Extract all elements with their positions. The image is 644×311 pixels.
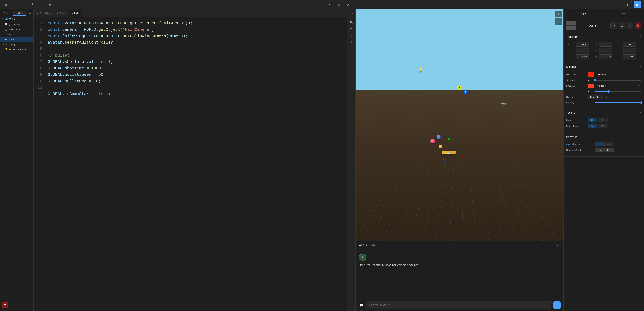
zoom-out-button[interactable]: −	[555, 18, 562, 25]
emissive-slider-thumb[interactable]	[608, 90, 610, 93]
fullscreen-button[interactable]: ⤢	[20, 1, 27, 8]
sidebar-item-na[interactable]: ✦ N/A	[0, 32, 33, 37]
delete-button[interactable]: 🗑	[2, 302, 8, 308]
mesh-color-swatch[interactable]	[588, 72, 594, 77]
enemy-tab-label: Enemy	[60, 12, 66, 14]
receive-shadow-off-button[interactable]: OFF	[604, 148, 614, 152]
normal-map-off-button[interactable]: OFF	[598, 124, 608, 128]
texture-section-header[interactable]: Texture ▼	[564, 109, 644, 116]
object-info-button[interactable]: ℹ	[626, 22, 633, 29]
ai-bot-input[interactable]	[366, 301, 551, 309]
refresh-button[interactable]: ⟳	[336, 1, 342, 8]
object-delete-button[interactable]: 🗑	[634, 22, 641, 29]
scale-y-input[interactable]	[599, 54, 612, 59]
tab-object[interactable]: Object	[564, 10, 604, 18]
opacity-slider-thumb[interactable]	[640, 102, 642, 104]
bullet-label: bullet	[9, 38, 14, 41]
blending-select[interactable]: Normal Additive Multiply Screen	[588, 95, 604, 99]
scale-y-field: Y	[596, 54, 618, 59]
editor-area: PresetScript Enemy bullet ✕ 12345 678910…	[34, 10, 356, 311]
close-all-tabs-button[interactable]: ✕	[349, 11, 355, 16]
sidebar-item-enemy[interactable]: ▶ ⊞ Enemy	[0, 42, 33, 47]
shininess-slider-track	[595, 80, 641, 80]
top-bar-left: ☰ ⊞ ⤢ ? ↺ ↻	[3, 1, 53, 8]
ai-bot-send-button[interactable]: ↑	[553, 302, 561, 309]
scale-z-input[interactable]	[622, 54, 636, 59]
ai-bot-input-area: 💬 ↑	[356, 299, 563, 311]
tab-assets[interactable]: Assets	[1, 11, 12, 16]
expand-button[interactable]: ⤢	[345, 1, 352, 8]
grid-view-button[interactable]: ⊞	[12, 1, 18, 8]
bullet-mesh-box	[442, 151, 456, 154]
add-object-button[interactable]: +	[326, 1, 333, 8]
undo-button[interactable]: ↺	[38, 1, 44, 8]
redo-button[interactable]: ↻	[46, 1, 53, 8]
rot-y-label: Y	[596, 49, 598, 52]
rotation-x-input[interactable]	[576, 48, 589, 53]
help-button[interactable]: ?	[29, 1, 36, 8]
tab-bullet[interactable]: bullet	[69, 10, 82, 18]
scale-z-label: Z	[619, 55, 622, 58]
map-row: Map ON OFF	[566, 118, 641, 122]
menu-button[interactable]: ☰	[3, 1, 10, 8]
bullet-mesh-object[interactable]	[442, 151, 456, 154]
ai-bot-wiki-link[interactable]: Wiki	[370, 244, 375, 247]
settings-code-icon[interactable]: ⚙	[349, 40, 354, 45]
behavior-section-header[interactable]: Behavior ▼	[564, 133, 644, 141]
emissive-slider-row: 6	[566, 90, 641, 93]
shininess-slider-thumb[interactable]	[594, 79, 596, 81]
right-panel: Object Scene bullet ↗ ⊡ ℹ 🗑 Transform	[564, 10, 644, 311]
object-copy-button[interactable]: ⊡	[618, 22, 625, 29]
tab-code[interactable]: Code	[27, 11, 36, 16]
mesh-color-label: Mesh Color	[566, 73, 586, 76]
mesh-color-remove-icon[interactable]: ✕	[637, 72, 641, 76]
normal-map-on-button[interactable]: ON	[588, 124, 597, 128]
line-numbers: 12345 678910 1112	[34, 18, 45, 311]
object-link-button[interactable]: ↗	[610, 22, 617, 29]
object-header: bullet ↗ ⊡ ℹ 🗑	[564, 18, 644, 33]
emissive-color-remove-icon[interactable]: ✕	[637, 84, 641, 88]
code-text[interactable]: const avatar = REDBRICK.AvatarManager.cr…	[45, 18, 347, 311]
receive-shadow-row: Receive Shad ON OFF	[566, 148, 641, 152]
rotation-z-input[interactable]	[622, 48, 636, 53]
cast-shadow-on-button[interactable]: ON	[595, 142, 604, 146]
zoom-out-code-icon[interactable]: 🔍	[349, 26, 354, 32]
code-editor[interactable]: 12345 678910 1112 const avatar = REDBRIC…	[34, 18, 347, 311]
transform-rotation-row: ↻ X Y Z	[566, 48, 641, 53]
position-z-input[interactable]	[622, 42, 636, 47]
enemy-mesh-icon: ⊞	[5, 43, 7, 46]
ground-label: ground(5d5)	[9, 23, 21, 26]
map-on-button[interactable]: ON	[588, 118, 597, 122]
material-section-header[interactable]: Material ▼	[564, 63, 644, 71]
zoom-in-code-icon[interactable]: 🔍	[349, 20, 354, 25]
sidebar-item-bullet[interactable]: ⊞ bullet	[0, 37, 33, 42]
transform-section-header[interactable]: Transform ▼	[564, 33, 644, 41]
publish-button[interactable]: ▶	[634, 1, 641, 8]
sidebar-item-ground[interactable]: ⬜ ground(5d5)	[0, 22, 33, 27]
normal-map-toggle-group: ON OFF	[588, 124, 608, 128]
sidebar-item-ambientlight[interactable]: 💡 AmbientLight(913)	[0, 47, 33, 52]
position-y-input[interactable]	[599, 42, 612, 47]
profile-outline-button[interactable]: ⊡	[624, 1, 632, 8]
transform-section: Transform ▼ ⊕ X Y Z	[564, 33, 644, 63]
material-title: Material	[566, 66, 576, 68]
tab-explorer[interactable]: Explorer	[13, 11, 26, 16]
sidebar-delete-area: 🗑	[2, 302, 8, 308]
rotation-y-input[interactable]	[599, 48, 612, 53]
tab-scene[interactable]: Scene	[604, 10, 644, 18]
ai-bot-close-button[interactable]: ✕	[554, 243, 560, 248]
left-sidebar: Assets Explorer Code ▼ 🌐 World GUI ⬜ gro…	[0, 10, 34, 311]
map-off-button[interactable]: OFF	[598, 118, 608, 122]
position-x-input[interactable]	[576, 42, 589, 47]
format-icon[interactable]: ≡	[349, 33, 354, 38]
cast-shadow-toggle-group: ON OFF	[595, 142, 614, 146]
sidebar-world-section[interactable]: ▼ 🌐 World GUI	[0, 16, 33, 22]
emissive-color-swatch[interactable]	[588, 84, 594, 88]
receive-shadow-on-button[interactable]: ON	[595, 148, 604, 152]
scale-x-input[interactable]	[576, 54, 589, 59]
tab-enemy[interactable]: Enemy	[54, 10, 69, 18]
cast-shadow-off-button[interactable]: OFF	[604, 142, 614, 146]
zoom-in-button[interactable]: +	[555, 11, 562, 18]
sidebar-item-maincamera[interactable]: 📷 MainCamera	[0, 27, 33, 32]
tab-presetscript[interactable]: PresetScript	[34, 10, 54, 18]
